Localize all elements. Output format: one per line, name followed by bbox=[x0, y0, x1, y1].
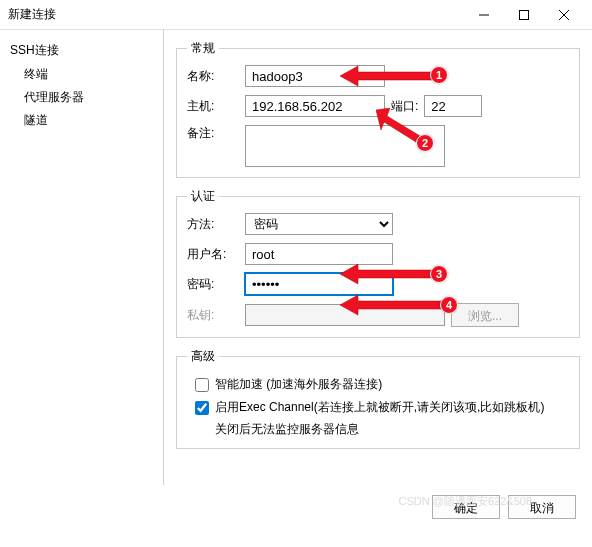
accel-label: 智能加速 (加速海外服务器连接) bbox=[215, 376, 382, 393]
sidebar-item-terminal[interactable]: 终端 bbox=[4, 63, 159, 86]
exec-note: 关闭后无法监控服务器信息 bbox=[187, 421, 569, 438]
auth-group: 认证 方法: 密码 用户名: 密码: 私钥: 浏览... bbox=[176, 188, 580, 338]
method-select[interactable]: 密码 bbox=[245, 213, 393, 235]
general-group: 常规 名称: 主机: 端口: 备注: bbox=[176, 40, 580, 178]
accel-checkbox[interactable] bbox=[195, 378, 209, 392]
password-input[interactable] bbox=[245, 273, 393, 295]
notes-input[interactable] bbox=[245, 125, 445, 167]
port-label: 端口: bbox=[391, 98, 418, 115]
name-label: 名称: bbox=[187, 68, 239, 85]
method-label: 方法: bbox=[187, 216, 239, 233]
general-legend: 常规 bbox=[187, 40, 219, 57]
sidebar-item-tunnel[interactable]: 隧道 bbox=[4, 109, 159, 132]
notes-label: 备注: bbox=[187, 125, 239, 142]
browse-button: 浏览... bbox=[451, 303, 519, 327]
user-label: 用户名: bbox=[187, 246, 239, 263]
svg-rect-1 bbox=[520, 10, 529, 19]
key-input bbox=[245, 304, 445, 326]
exec-label: 启用Exec Channel(若连接上就被断开,请关闭该项,比如跳板机) bbox=[215, 399, 544, 416]
exec-checkbox-row[interactable]: 启用Exec Channel(若连接上就被断开,请关闭该项,比如跳板机) bbox=[187, 396, 569, 419]
ok-button[interactable]: 确定 bbox=[432, 495, 500, 519]
pass-label: 密码: bbox=[187, 276, 239, 293]
advanced-legend: 高级 bbox=[187, 348, 219, 365]
cancel-button[interactable]: 取消 bbox=[508, 495, 576, 519]
window-title: 新建连接 bbox=[8, 6, 464, 23]
minimize-button[interactable] bbox=[464, 1, 504, 29]
maximize-button[interactable] bbox=[504, 1, 544, 29]
host-label: 主机: bbox=[187, 98, 239, 115]
main-panel: 常规 名称: 主机: 端口: 备注: 认证 方法: 密码 bbox=[164, 30, 592, 485]
sidebar-header: SSH连接 bbox=[4, 38, 159, 63]
titlebar: 新建连接 bbox=[0, 0, 592, 30]
exec-checkbox[interactable] bbox=[195, 401, 209, 415]
advanced-group: 高级 智能加速 (加速海外服务器连接) 启用Exec Channel(若连接上就… bbox=[176, 348, 580, 449]
port-input[interactable] bbox=[424, 95, 482, 117]
key-label: 私钥: bbox=[187, 307, 239, 324]
sidebar: SSH连接 终端 代理服务器 隧道 bbox=[0, 30, 164, 485]
dialog-body: SSH连接 终端 代理服务器 隧道 常规 名称: 主机: 端口: 备注: 认 bbox=[0, 30, 592, 485]
window-controls bbox=[464, 1, 584, 29]
footer: 确定 取消 bbox=[0, 485, 592, 529]
name-input[interactable] bbox=[245, 65, 385, 87]
host-input[interactable] bbox=[245, 95, 385, 117]
accel-checkbox-row[interactable]: 智能加速 (加速海外服务器连接) bbox=[187, 373, 569, 396]
auth-legend: 认证 bbox=[187, 188, 219, 205]
username-input[interactable] bbox=[245, 243, 393, 265]
close-button[interactable] bbox=[544, 1, 584, 29]
sidebar-item-proxy[interactable]: 代理服务器 bbox=[4, 86, 159, 109]
